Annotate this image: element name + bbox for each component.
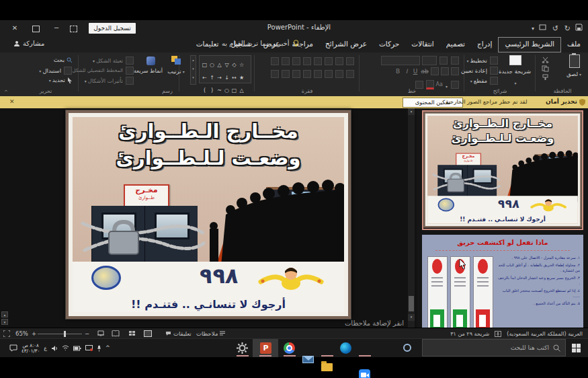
screen-share-icon[interactable] (85, 345, 93, 351)
zoom-running-indicator (359, 355, 371, 356)
thumbnail-slide-29-selected[interactable]: مخــارج الـطــوارئ وضعـت لـلـطــوارئ مخـ… (422, 110, 583, 230)
tab-file[interactable]: ملف (561, 37, 587, 52)
zoom-level[interactable]: 65% (15, 328, 28, 339)
settings-gear-icon[interactable] (237, 342, 248, 354)
shape-effects-button[interactable]: تأثيرات الأشكال (83, 77, 134, 85)
powerpoint-taskbar-button[interactable]: P (253, 339, 278, 357)
share-button[interactable]: مشاركة (13, 40, 44, 47)
fire-crowd-graphic (194, 178, 344, 273)
input-language-indicator[interactable]: ع (44, 345, 47, 351)
taskbar-clock[interactable]: ٨:٠٨ ص ٤٣/٠١/٣٠ (22, 343, 40, 354)
section-button[interactable]: مقطع (469, 77, 499, 85)
language-indicator[interactable]: العربية (المملكة العربية السعودية) (507, 331, 583, 337)
group-font: BI U ab Aa خط (362, 52, 462, 96)
chains-padlock-graphic (79, 203, 207, 270)
tell-me-box[interactable]: أخبرني بما تريد القيام به (222, 40, 299, 47)
status-right-cluster: شريحة ٢٩ من ٣١ العربية (المملكة العربية … (450, 328, 583, 339)
slide-sorter-view-icon[interactable] (129, 331, 136, 337)
paragraph-buttons-row2[interactable] (270, 70, 355, 78)
workspace: مخــارج الـطــوارئ وضعـت لـلـطــوارئ مخـ… (0, 108, 588, 328)
copy-icon (542, 65, 549, 72)
arrange-button[interactable]: ترتيب (165, 55, 188, 75)
layout-button[interactable]: تخطيط (466, 56, 499, 65)
quick-styles-icon (146, 56, 155, 65)
scrollbar-thumb[interactable] (409, 296, 414, 311)
select-cursor-icon (67, 77, 73, 83)
accessibility-icon[interactable] (495, 331, 501, 337)
dismiss-warning-icon[interactable]: ✕ (9, 98, 15, 105)
volume-icon[interactable] (51, 345, 58, 352)
shapes-gallery-scroll[interactable]: ▴▾▾ (190, 55, 196, 85)
action-center-icon[interactable] (9, 344, 17, 352)
start-button[interactable] (572, 344, 581, 352)
shrink-font-icon[interactable] (451, 56, 459, 65)
zoom-app-icon[interactable] (359, 369, 370, 378)
shape-fill-button[interactable]: تعبئة الشكل (91, 56, 134, 65)
slideshow-view-icon[interactable] (97, 330, 105, 337)
reset-button[interactable]: إعادة تعيين (461, 67, 499, 75)
file-explorer-icon[interactable] (321, 363, 333, 371)
microphone-icon[interactable] (97, 345, 101, 352)
paste-button[interactable]: لصق (563, 54, 586, 85)
redo-icon[interactable]: ↻ (564, 24, 571, 34)
clipboard-small-buttons[interactable] (542, 56, 549, 81)
edge-icon[interactable] (340, 342, 351, 354)
quick-styles-button[interactable]: أنماط سريعة (138, 55, 163, 74)
undo-icon[interactable]: ↺ (552, 24, 558, 34)
close-icon[interactable]: ✕ (9, 23, 20, 34)
cortana-icon[interactable] (403, 344, 411, 352)
quick-access-customize-icon[interactable]: ▾ (532, 24, 534, 34)
font-style-buttons[interactable]: BI U ab (394, 67, 460, 75)
wifi-icon[interactable] (62, 345, 69, 351)
save-icon[interactable] (575, 24, 583, 31)
select-button[interactable]: تحديد (48, 77, 73, 83)
tab-slideshow[interactable]: عرض الشرائح (319, 37, 373, 52)
mail-icon[interactable] (302, 356, 314, 363)
comments-button[interactable]: تعليقات (165, 328, 192, 339)
scroll-up-icon[interactable]: ▴ (408, 108, 415, 115)
tab-home[interactable]: الشريط الرئيسي (498, 37, 561, 52)
taskbar-search-box[interactable]: اكتب هنا للبحث (422, 339, 566, 356)
minimize-icon[interactable]: ─ (51, 23, 62, 34)
find-button[interactable]: بحث (54, 56, 73, 63)
replace-button[interactable]: استبدال (38, 67, 73, 75)
sign-in-button[interactable]: تسجيل الدخول (89, 23, 136, 34)
fit-slide-icon[interactable] (3, 330, 10, 337)
battery-icon[interactable] (73, 346, 81, 351)
normal-view-icon[interactable] (144, 330, 152, 337)
tab-transitions[interactable]: انتقالات (405, 37, 439, 52)
notes-button[interactable]: ملاحظات (196, 328, 225, 339)
thumbnail-slide-30[interactable]: ماذا تفعل لو اكتشفت حريق (422, 235, 583, 328)
zoom-slider-track[interactable] (38, 334, 82, 334)
chrome-icon[interactable] (284, 342, 295, 354)
font-size-box[interactable] (422, 56, 437, 65)
new-slide-button[interactable]: شريحة جديدة (500, 55, 531, 87)
search-icon (553, 344, 560, 352)
tab-design[interactable]: تصميم (440, 37, 471, 52)
collapse-ribbon-icon[interactable]: ^ (4, 89, 8, 95)
zoom-in-button[interactable]: + (32, 328, 36, 339)
tab-help[interactable]: تعليمات (190, 37, 225, 52)
status-bar: 65% + − تعليقات ملاحظات شريحة ٢٩ من ٣١ ا… (0, 328, 588, 339)
slide-canvas[interactable]: مخــارج الـطــوارئ وضعـت لـلـطــوارئ مخـ… (65, 110, 351, 319)
tab-insert[interactable]: إدراج (471, 37, 498, 52)
next-slide-button[interactable]: ▾ (1, 319, 8, 325)
scroll-down-icon[interactable]: ▾ (408, 314, 415, 321)
zoom-slider-thumb[interactable] (64, 331, 66, 337)
paragraph-buttons-row1[interactable] (270, 57, 355, 65)
show-hidden-icons-chevron[interactable]: ^ (106, 345, 110, 351)
restore-icon[interactable] (32, 26, 40, 32)
reading-view-icon[interactable] (112, 330, 120, 337)
font-name-box[interactable] (381, 56, 420, 65)
zoom-out-button[interactable]: − (85, 328, 89, 339)
tab-animations[interactable]: حركات (373, 37, 405, 52)
security-title: تحذير أمان (546, 98, 577, 105)
thumbnail-scrollbar[interactable]: ▴ ▾ (408, 108, 415, 328)
ribbon-display-options-icon[interactable] (70, 26, 77, 32)
notes-placeholder[interactable]: انقر لإضافة ملاحظات (9, 319, 404, 328)
shapes-gallery[interactable]: □○△▽◇☆ ←↑→↓↔★ ()~○□△ (199, 55, 251, 83)
touch-mode-icon[interactable] (539, 24, 546, 31)
shape-outline-button[interactable]: المخطط التفصيلي للشكل (68, 67, 134, 75)
previous-slide-button[interactable]: ▴ (1, 311, 8, 317)
grow-font-icon[interactable] (439, 56, 448, 65)
